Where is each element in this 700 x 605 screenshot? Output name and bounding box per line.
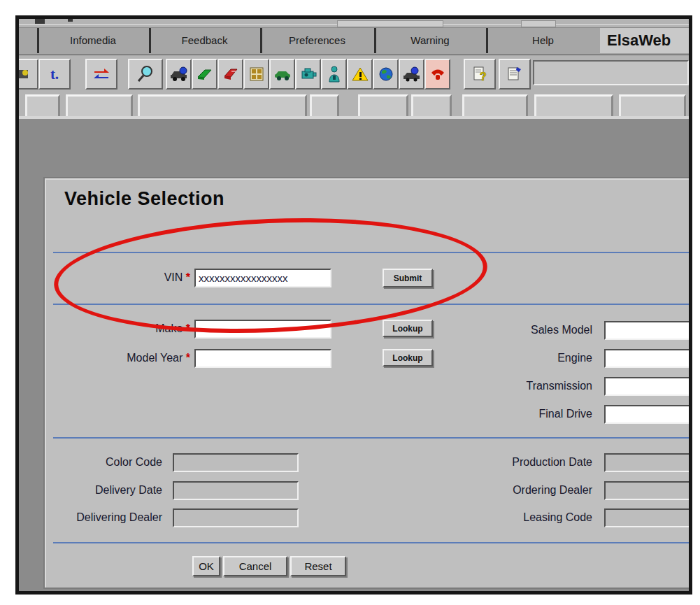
- section-divider: [53, 252, 689, 253]
- vin-input[interactable]: [194, 269, 331, 287]
- top-strip-notch: [35, 19, 45, 24]
- toolbar-swap-button[interactable]: [85, 59, 117, 90]
- toolbar-address-field[interactable]: [533, 60, 689, 85]
- blank-tab[interactable]: [25, 94, 60, 116]
- production-date-field: [604, 453, 689, 472]
- vin-label: VIN *: [45, 271, 190, 284]
- swap-arrows-icon: [92, 66, 110, 83]
- form-document-icon: [506, 65, 523, 83]
- technician-icon: [326, 65, 343, 83]
- window-top-strip: [19, 19, 689, 27]
- section-divider: [53, 304, 689, 305]
- toolbar-icon-group: [166, 59, 450, 90]
- help-document-icon: ?: [471, 65, 488, 83]
- ok-button[interactable]: OK: [192, 556, 220, 576]
- tab-infomedia[interactable]: Infomedia: [39, 28, 147, 53]
- toolbar-technician-button[interactable]: [321, 59, 347, 90]
- submit-button[interactable]: Submit: [383, 269, 433, 287]
- vin-label-text: VIN: [164, 271, 183, 283]
- blank-tab[interactable]: [411, 94, 452, 116]
- screenshot-stage: Infomedia Feedback Preferences Warning H…: [0, 0, 700, 605]
- vehicle-admin-icon: [403, 66, 421, 83]
- engine-label: Engine: [45, 352, 592, 364]
- window-frame: Infomedia Feedback Preferences Warning H…: [15, 15, 692, 595]
- red-book-icon: [222, 66, 240, 83]
- toolbar-parts-grid-button[interactable]: [243, 59, 269, 90]
- toolbar-help-doc-button[interactable]: ?: [464, 59, 496, 90]
- final-drive-label: Final Drive: [45, 408, 592, 420]
- blank-tab[interactable]: [138, 94, 307, 116]
- toolbar-warning-button[interactable]: [347, 59, 373, 90]
- vin-required-mark: *: [186, 271, 190, 283]
- toolbar: t.: [19, 55, 689, 93]
- toolbar-globe-button[interactable]: [373, 59, 399, 90]
- tab-warning[interactable]: Warning: [376, 28, 484, 53]
- blank-tab[interactable]: [462, 94, 528, 116]
- toolbar-vehicle-admin-button[interactable]: [399, 59, 424, 90]
- toolbar-car-button[interactable]: [269, 59, 295, 90]
- green-book-icon: [196, 66, 214, 83]
- toolbar-back-button[interactable]: t.: [38, 59, 71, 90]
- production-date-label: Production Date: [45, 456, 592, 469]
- reset-button[interactable]: Reset: [290, 556, 346, 576]
- toolbar-clipped-left-button[interactable]: [19, 59, 38, 90]
- sales-model-label: Sales Model: [45, 324, 592, 336]
- page-title: Vehicle Selection: [64, 188, 224, 210]
- back-icon: t.: [50, 66, 59, 83]
- engine-input[interactable]: [604, 349, 689, 368]
- blank-tab[interactable]: [66, 94, 133, 116]
- phone-icon: [429, 66, 447, 83]
- top-strip-inset: [337, 20, 443, 27]
- blank-tab[interactable]: [534, 94, 613, 116]
- parts-grid-icon: [248, 66, 265, 83]
- brand-zone: ElsaWeb: [600, 28, 689, 53]
- blank-tab[interactable]: [358, 94, 408, 116]
- toolbar-green-book-button[interactable]: [192, 59, 217, 90]
- ordering-dealer-label: Ordering Dealer: [45, 484, 592, 497]
- app-brand-title: ElsaWeb: [600, 28, 689, 53]
- warning-triangle-icon: [351, 66, 369, 83]
- transmission-input[interactable]: [604, 377, 689, 396]
- tab-help[interactable]: Help: [488, 28, 598, 53]
- tab-feedback[interactable]: Feedback: [151, 28, 258, 53]
- app-window: Infomedia Feedback Preferences Warning H…: [19, 19, 689, 591]
- menu-tab-bar: Infomedia Feedback Preferences Warning H…: [19, 27, 689, 56]
- tab-preferences[interactable]: Preferences: [262, 28, 372, 53]
- car-icon: [273, 66, 292, 83]
- leasing-code-label: Leasing Code: [45, 511, 592, 524]
- top-strip-inset: [521, 20, 556, 27]
- leasing-code-field: [604, 508, 689, 527]
- toolbar-vehicle-search-button[interactable]: [166, 59, 192, 90]
- toolbar-engine-button[interactable]: [295, 59, 321, 90]
- globe-icon: [378, 66, 394, 83]
- clipped-left-icon: [19, 66, 31, 83]
- section-divider: [53, 542, 689, 543]
- vehicle-search-icon: [170, 66, 188, 83]
- tab-clipped-left[interactable]: [20, 28, 37, 53]
- vehicle-selection-dialog: Vehicle Selection VIN * Submit Make * Lo…: [43, 177, 689, 589]
- toolbar-search-button[interactable]: [128, 59, 163, 90]
- final-drive-input[interactable]: [604, 405, 689, 424]
- ordering-dealer-field: [604, 481, 689, 500]
- blank-tab[interactable]: [619, 94, 686, 116]
- svg-text:?: ?: [480, 71, 487, 83]
- blank-tab[interactable]: [310, 94, 339, 116]
- toolbar-red-book-button[interactable]: [217, 59, 243, 90]
- toolbar-form-doc-button[interactable]: [499, 59, 531, 90]
- top-strip-notch: [68, 19, 73, 22]
- transmission-label: Transmission: [45, 380, 592, 392]
- toolbar-phone-button[interactable]: [424, 59, 450, 90]
- cancel-button[interactable]: Cancel: [223, 556, 287, 576]
- section-divider: [53, 437, 689, 439]
- search-icon: [136, 65, 155, 83]
- blank-tab-strip: [19, 93, 689, 119]
- engine-icon: [299, 66, 317, 83]
- sales-model-input[interactable]: [604, 321, 689, 340]
